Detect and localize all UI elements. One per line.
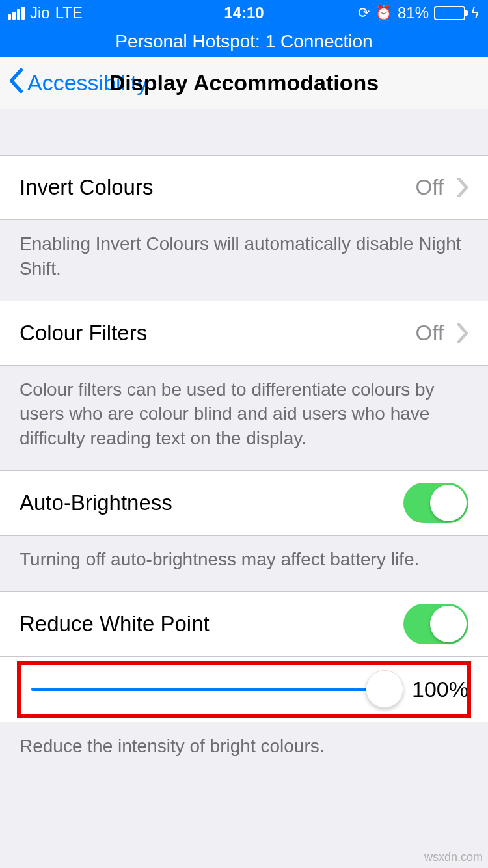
page-title: Display Accommodations	[109, 70, 379, 96]
carrier-label: Jio	[30, 4, 50, 22]
invert-colours-footer: Enabling Invert Colours will automatical…	[0, 220, 488, 301]
charging-icon: ϟ	[470, 6, 480, 20]
watermark: wsxdn.com	[424, 850, 483, 864]
status-right: ⟳ ⏰ 81% ϟ	[358, 4, 480, 22]
alarm-icon: ⏰	[375, 6, 392, 20]
nav-bar: Accessibility Display Accommodations	[0, 57, 488, 109]
chevron-right-icon	[457, 323, 468, 343]
reduce-white-point-row: Reduce White Point	[0, 591, 488, 657]
hotspot-bar[interactable]: Personal Hotspot: 1 Connection	[0, 26, 488, 57]
network-label: LTE	[55, 4, 83, 22]
reduce-white-point-percent: 100%	[397, 677, 468, 702]
reduce-white-point-slider-row: 100%	[0, 657, 488, 722]
status-time: 14:10	[224, 4, 264, 22]
status-bar: Jio LTE 14:10 ⟳ ⏰ 81% ϟ	[0, 0, 488, 26]
hotspot-label: Personal Hotspot: 1 Connection	[115, 31, 372, 52]
reduce-white-point-label: Reduce White Point	[20, 612, 390, 636]
auto-brightness-label: Auto-Brightness	[20, 491, 390, 515]
chevron-left-icon	[9, 68, 23, 98]
chevron-right-icon	[457, 178, 468, 197]
auto-brightness-footer: Turning off auto-brightness may affect b…	[0, 536, 488, 591]
colour-filters-value: Off	[416, 321, 444, 346]
auto-brightness-toggle[interactable]	[403, 483, 468, 523]
reduce-white-point-footer: Reduce the intensity of bright colours.	[0, 722, 488, 778]
invert-colours-label: Invert Colours	[20, 175, 403, 200]
reduce-white-point-toggle[interactable]	[403, 604, 468, 644]
orientation-lock-icon: ⟳	[358, 6, 370, 20]
invert-colours-row[interactable]: Invert Colours Off	[0, 155, 488, 220]
signal-icon	[8, 7, 25, 20]
colour-filters-footer: Colour filters can be used to differenti…	[0, 366, 488, 470]
invert-colours-value: Off	[416, 175, 444, 200]
reduce-white-point-slider[interactable]	[31, 688, 385, 691]
colour-filters-label: Colour Filters	[20, 321, 403, 346]
slider-thumb[interactable]	[366, 670, 403, 708]
colour-filters-row[interactable]: Colour Filters Off	[0, 301, 488, 366]
auto-brightness-row: Auto-Brightness	[0, 470, 488, 536]
status-left: Jio LTE	[8, 4, 83, 22]
battery-percent: 81%	[398, 4, 429, 22]
battery-icon	[434, 6, 465, 20]
